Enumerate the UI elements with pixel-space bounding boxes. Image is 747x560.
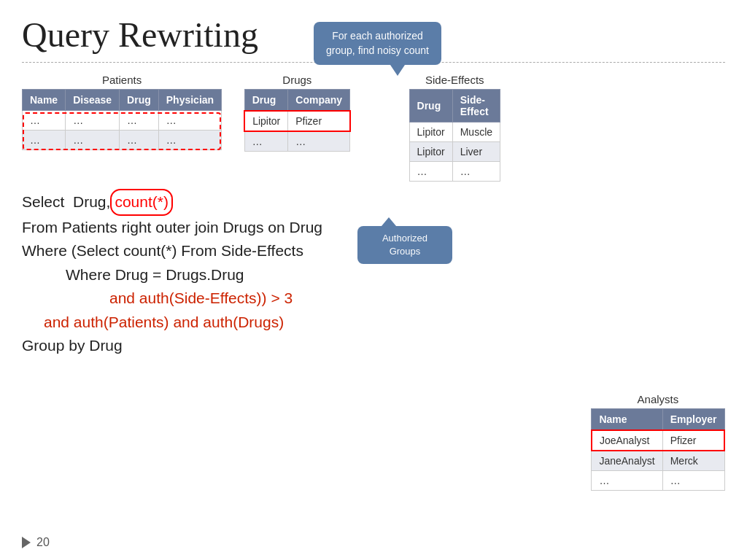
side-effects-table: Drug Side-Effect Lipitor Muscle Lipitor … [409,89,501,182]
table-row: Lipitor Liver [409,142,500,162]
query-line-5: and auth(Side-Effects)) > 3 [22,287,496,311]
query-line-1: Select Drug,count(*) [22,189,496,216]
table-row: JaneAnalyst Merck [592,451,724,471]
query-line-7: Group by Drug [22,334,496,358]
drugs-table: Drug Company Lipitor Pfizer … … [244,89,350,152]
side-effects-label: Side-Effects [425,74,484,86]
query-area: Select Drug,count(*) From Patients right… [22,189,496,358]
se-col-effect: Side-Effect [452,90,500,122]
query-line-3: Where (Select count(*) From Side-Effects [22,239,496,263]
table-row: … … … … [23,111,222,131]
analysts-label: Analysts [638,393,679,405]
query-line-4: Where Drug = Drugs.Drug [22,263,496,287]
table-row: Lipitor Pfizer [244,111,349,131]
table-row: … … [592,471,724,491]
table-row: … … … … [23,131,222,150]
count-circle: count(*) [110,189,173,216]
patients-col-disease: Disease [66,90,120,111]
slide: Query Rewriting For each authorized grou… [0,0,747,560]
query-line-2: From Patients right outer join Drugs on … [22,216,496,240]
se-col-drug: Drug [409,90,452,122]
drugs-col-drug: Drug [244,90,288,112]
analysts-col-name: Name [592,409,662,431]
footer: 20 [22,536,50,549]
table-row: JoeAnalyst Pfizer [592,430,724,451]
side-effects-section: Side-Effects Drug Side-Effect Lipitor Mu… [409,74,501,182]
table-row: … … [409,162,500,182]
tables-row: Patients Name Disease Drug Physician … [22,74,725,182]
footer-arrow-icon [22,537,31,548]
patients-label: Patients [102,74,142,86]
callout-noisy-count: For each authorized group, find noisy co… [314,22,441,65]
table-row: Lipitor Muscle [409,122,500,142]
patients-table: Name Disease Drug Physician … … … … [22,89,222,150]
drugs-section: Drugs Drug Company Lipitor Pfizer … … [244,74,350,152]
page-number: 20 [36,536,50,549]
patients-table-wrapper: Name Disease Drug Physician … … … … [22,89,222,150]
drugs-col-company: Company [288,90,350,112]
analysts-table: Name Employer JoeAnalyst Pfizer JaneAnal… [591,408,725,491]
drugs-label: Drugs [282,74,311,86]
analysts-col-employer: Employer [662,409,724,431]
analysts-section: Analysts Name Employer JoeAnalyst Pfizer… [591,393,725,491]
patients-col-drug: Drug [120,90,159,111]
patients-col-physician: Physician [158,90,221,111]
patients-col-name: Name [23,90,66,111]
table-row: … … [244,131,349,152]
patients-section: Patients Name Disease Drug Physician … [22,74,222,150]
query-line-6: and auth(Patients) and auth(Drugs) [22,311,496,335]
